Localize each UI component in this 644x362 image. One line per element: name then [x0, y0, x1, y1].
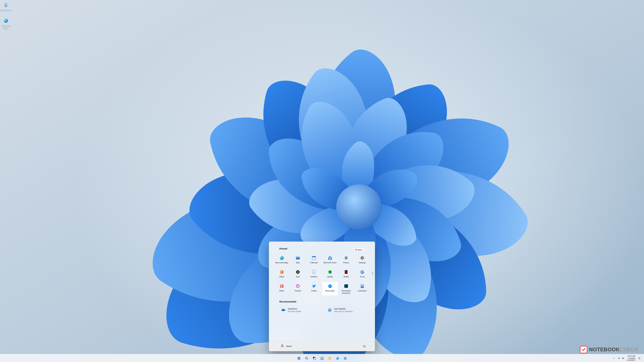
- news-icon: [279, 283, 284, 289]
- notebookcheck-logo-icon: [580, 346, 587, 353]
- start-app-microsoft-store[interactable]: Microsoft Store: [322, 253, 338, 268]
- netflix-icon: [344, 269, 349, 275]
- chevron-up-icon: [612, 357, 615, 360]
- desktop-icon-recycle-bin[interactable]: Recycle Bin: [0, 2, 12, 11]
- task-view-icon: [312, 356, 316, 360]
- taskbar-start-button[interactable]: [296, 355, 302, 362]
- bell-icon: [638, 357, 641, 360]
- taskbar-widgets-button[interactable]: [319, 355, 325, 362]
- start-app-mail[interactable]: Mail: [290, 253, 306, 268]
- edge-icon: [3, 18, 9, 24]
- start-app-calendar[interactable]: Calendar: [306, 253, 322, 268]
- notification-bell-button[interactable]: [637, 355, 642, 361]
- recommended-get-started[interactable]: Get Started Welcome to Windows: [326, 305, 370, 314]
- start-app-messenger[interactable]: Messenger: [322, 282, 338, 296]
- tray-hidden-icons-button[interactable]: [611, 355, 616, 361]
- system-tray: 10:10 AM Tuesday 6/15/2021: [611, 354, 643, 362]
- search-icon: [305, 356, 308, 360]
- start-app-xbox[interactable]: Xbox: [290, 268, 306, 282]
- start-app-spotify[interactable]: Spotify: [322, 268, 338, 282]
- start-app-photos[interactable]: Photos: [338, 253, 354, 268]
- photos-icon: [344, 255, 349, 261]
- desktop-icon-label: Microsoft Edge: [0, 25, 12, 29]
- recommended-header: Recommended: [280, 300, 370, 303]
- recommended-onedrive[interactable]: OneDrive Recently added: [280, 305, 324, 314]
- start-app-news[interactable]: News: [274, 282, 290, 296]
- start-app-photoshop-elements[interactable]: Photoshop Elements: [338, 282, 354, 296]
- twitter-icon: [311, 283, 317, 289]
- taskbar-edge-button[interactable]: [334, 355, 341, 362]
- start-menu: Pinned All apps › Microsoft Edge Mail Ca…: [269, 242, 375, 351]
- picsart-icon: [295, 283, 300, 289]
- notebookcheck-brand-text: NOTEBOOKCHECK: [589, 347, 639, 353]
- store-icon: [327, 255, 333, 261]
- start-app-calculator[interactable]: Calculator: [354, 282, 370, 296]
- notebookcheck-watermark: NOTEBOOKCHECK: [580, 346, 639, 353]
- taskbar-search-button[interactable]: [303, 355, 310, 362]
- photoshop-elements-icon: [344, 283, 349, 289]
- taskbar-file-explorer-button[interactable]: [326, 355, 333, 362]
- messenger-icon: [327, 283, 333, 289]
- taskbar-center-group: [296, 355, 348, 362]
- edge-icon: [279, 255, 284, 261]
- start-app-office[interactable]: Office: [274, 268, 290, 282]
- calculator-icon: [360, 283, 365, 289]
- show-desktop-button[interactable]: [642, 354, 643, 362]
- store-bag-icon: [343, 356, 347, 360]
- windows-logo-icon: [297, 356, 301, 360]
- spotify-icon: [327, 269, 333, 275]
- pager-dot[interactable]: [372, 275, 373, 276]
- wifi-icon: [618, 357, 620, 360]
- taskbar-store-button[interactable]: [342, 355, 348, 362]
- xbox-icon: [295, 269, 300, 275]
- clock-date: 6/15/2021: [627, 359, 635, 361]
- all-apps-label: All apps: [355, 249, 362, 251]
- calendar-icon: [311, 255, 317, 261]
- start-menu-footer: Naren: [269, 341, 375, 351]
- tray-network-volume-button[interactable]: [616, 355, 626, 361]
- pinned-app-grid: Microsoft Edge Mail Calendar Microsoft S…: [274, 253, 370, 296]
- gear-icon: [360, 255, 365, 261]
- start-app-netflix[interactable]: Netflix: [338, 268, 354, 282]
- widgets-icon: [320, 356, 324, 360]
- onedrive-icon: [281, 307, 286, 312]
- solitaire-icon: [311, 269, 317, 275]
- start-app-settings[interactable]: Settings: [354, 253, 370, 268]
- get-started-icon: [327, 307, 332, 312]
- chevron-right-icon: ›: [363, 249, 364, 251]
- desktop-icon-microsoft-edge[interactable]: Microsoft Edge: [0, 18, 12, 29]
- power-icon: [363, 345, 366, 348]
- pinned-pager[interactable]: [372, 273, 373, 276]
- recycle-bin-icon: [3, 2, 9, 8]
- edge-icon: [336, 356, 340, 360]
- taskbar-task-view-button[interactable]: [311, 355, 318, 362]
- clock-time: 10:10 AM: [627, 355, 635, 357]
- mail-icon: [295, 255, 300, 261]
- user-name: Naren: [286, 345, 292, 348]
- taskbar: 10:10 AM Tuesday 6/15/2021: [0, 354, 644, 362]
- start-app-solitaire[interactable]: Solitaire: [306, 268, 322, 282]
- user-profile-button[interactable]: Naren: [278, 343, 294, 350]
- start-app-twitter[interactable]: Twitter: [306, 282, 322, 296]
- desktop-icon-label: Recycle Bin: [0, 9, 12, 11]
- start-app-picsart[interactable]: PicsArt: [290, 282, 306, 296]
- user-avatar-icon: [280, 344, 284, 349]
- volume-icon: [622, 357, 624, 360]
- start-app-to-do[interactable]: To Do: [354, 268, 370, 282]
- clock-weekday: Tuesday: [627, 357, 635, 359]
- tray-clock-button[interactable]: 10:10 AM Tuesday 6/15/2021: [626, 355, 636, 362]
- office-icon: [279, 269, 284, 275]
- folder-icon: [328, 356, 332, 360]
- pager-dot-current[interactable]: [372, 273, 373, 273]
- start-app-microsoft-edge[interactable]: Microsoft Edge: [274, 253, 290, 268]
- power-button[interactable]: [361, 343, 368, 350]
- all-apps-button[interactable]: All apps ›: [353, 248, 366, 252]
- todo-icon: [360, 269, 365, 275]
